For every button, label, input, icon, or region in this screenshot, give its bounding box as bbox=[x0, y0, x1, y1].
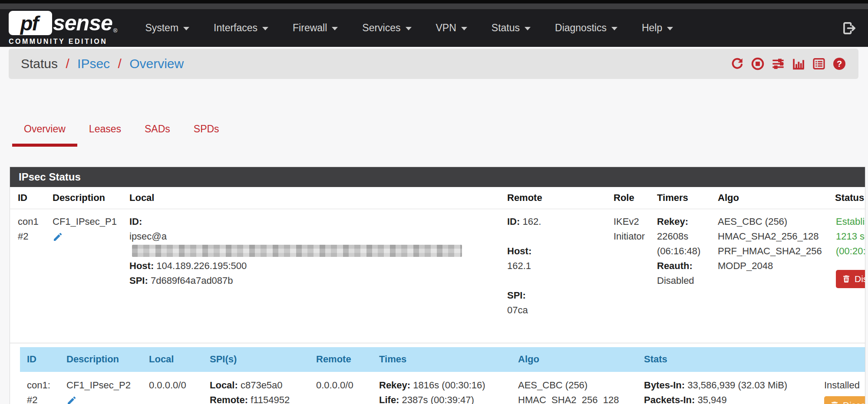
bar-chart-icon[interactable] bbox=[792, 57, 805, 71]
disconnect-child-button[interactable]: Disconnect bbox=[824, 396, 865, 404]
cell-stats: Bytes-In: 33,586,939 (32.03 MiB) Packets… bbox=[639, 372, 819, 404]
cell-times: Rekey: 1816s (00:30:16) Life: 2387s (00:… bbox=[374, 372, 513, 404]
disconnect-button[interactable]: Disconnect bbox=[836, 270, 865, 288]
col-description: Description bbox=[61, 347, 144, 372]
breadcrumb-link-overview[interactable]: Overview bbox=[129, 56, 184, 71]
cell-status: Established 1213 seconds (00:20:13) Disc… bbox=[831, 209, 865, 343]
chevron-down-icon bbox=[461, 27, 467, 30]
help-icon[interactable]: ? bbox=[832, 57, 846, 71]
refresh-icon[interactable] bbox=[730, 57, 744, 71]
cell-spis: Local: c873e5a0 Remote: f1154952 bbox=[205, 372, 311, 404]
chevron-down-icon bbox=[667, 27, 673, 30]
col-algo: Algo bbox=[713, 187, 831, 209]
window-top-strip bbox=[0, 0, 868, 3]
col-timers: Timers bbox=[652, 187, 713, 209]
cell-id: con1 #2 bbox=[10, 209, 47, 343]
col-spis: SPI(s) bbox=[205, 347, 311, 372]
child-sa-row: con1: #2 CF1_IPsec_P2 0.0.0.0/0 Local: c… bbox=[20, 372, 865, 404]
chevron-down-icon bbox=[406, 27, 412, 30]
col-remote: Remote bbox=[311, 347, 374, 372]
nav-item-help[interactable]: Help bbox=[630, 14, 685, 42]
col-stats: Stats bbox=[639, 347, 819, 372]
child-sa-table: ID Description Local SPI(s) Remote Times… bbox=[20, 347, 865, 404]
registered-mark: ® bbox=[113, 27, 118, 34]
chevron-down-icon bbox=[611, 27, 617, 30]
tab-bar: Overview Leases SADs SPDs bbox=[12, 100, 868, 147]
col-description: Description bbox=[47, 187, 124, 209]
col-role: Role bbox=[608, 187, 652, 209]
sign-out-icon bbox=[842, 21, 857, 36]
tab-spds[interactable]: SPDs bbox=[182, 100, 231, 147]
status-established: Established bbox=[836, 214, 865, 229]
breadcrumb-link-ipsec[interactable]: IPsec bbox=[77, 56, 110, 71]
tab-leases[interactable]: Leases bbox=[77, 100, 133, 147]
redacted-value bbox=[509, 230, 574, 242]
nav-item-firewall[interactable]: Firewall bbox=[281, 14, 350, 42]
redacted-value bbox=[509, 275, 592, 286]
child-header-row: ID Description Local SPI(s) Remote Times… bbox=[20, 347, 865, 372]
logout-button[interactable] bbox=[842, 21, 857, 36]
edit-pencil-icon[interactable] bbox=[53, 232, 63, 242]
main-menu: System Interfaces Firewall Services VPN … bbox=[133, 14, 842, 42]
log-list-icon[interactable] bbox=[812, 57, 826, 71]
sense-logo-text: sense bbox=[53, 10, 112, 36]
cell-child-status: Installed Disconnect bbox=[819, 372, 865, 404]
nav-item-vpn[interactable]: VPN bbox=[424, 14, 479, 42]
chevron-down-icon bbox=[262, 27, 268, 30]
cell-algo: AES_CBC (256) HMAC_SHA2_256_128 PRF_HMAC… bbox=[713, 209, 831, 343]
cell-id: con1: #2 bbox=[20, 372, 61, 404]
ike-sa-table: ID Description Local Remote Role Timers … bbox=[10, 187, 865, 343]
cell-local: 0.0.0.0/0 bbox=[144, 372, 205, 404]
nav-item-interfaces[interactable]: Interfaces bbox=[201, 14, 281, 42]
ike-sa-row: con1 #2 CF1_IPsec_P1 ID: ipsec@a Host: 1… bbox=[10, 209, 865, 343]
ike-header-row: ID Description Local Remote Role Timers … bbox=[10, 187, 865, 209]
col-times: Times bbox=[374, 347, 513, 372]
col-child-status bbox=[819, 347, 865, 372]
tab-sads[interactable]: SADs bbox=[133, 100, 182, 147]
ipsec-status-panel: IPsec Status ID Description Local Remote… bbox=[10, 167, 865, 404]
top-navbar: pf sense ® COMMUNITY EDITION System Inte… bbox=[0, 9, 868, 47]
cell-remote: ID: 162. Host: 162.1 SPI: 07ca bbox=[502, 209, 608, 343]
nav-item-status[interactable]: Status bbox=[479, 14, 543, 42]
col-status: Status bbox=[831, 187, 865, 209]
col-id: ID bbox=[10, 187, 47, 209]
nav-item-system[interactable]: System bbox=[133, 14, 201, 42]
chevron-down-icon bbox=[332, 27, 338, 30]
col-remote: Remote bbox=[502, 187, 608, 209]
breadcrumb-bar: Status / IPsec / Overview bbox=[9, 49, 858, 79]
panel-title: IPsec Status bbox=[10, 167, 865, 187]
col-id: ID bbox=[20, 347, 61, 372]
cell-description: CF1_IPsec_P2 bbox=[61, 372, 144, 404]
col-local: Local bbox=[144, 347, 205, 372]
status-installed: Installed bbox=[824, 378, 865, 393]
tab-overview[interactable]: Overview bbox=[12, 100, 77, 147]
pfsense-logo[interactable]: pf sense ® COMMUNITY EDITION bbox=[9, 10, 117, 46]
chevron-down-icon bbox=[183, 27, 189, 30]
cell-role: IKEv2 Initiator bbox=[608, 209, 652, 343]
cell-local: ID: ipsec@a Host: 104.189.226.195:500 SP… bbox=[124, 209, 502, 343]
redacted-value bbox=[509, 319, 587, 330]
cell-description: CF1_IPsec_P1 bbox=[47, 209, 124, 343]
col-local: Local bbox=[124, 187, 502, 209]
redacted-value bbox=[132, 245, 462, 257]
cell-timers: Rekey: 22608s (06:16:48) Reauth: Disable… bbox=[652, 209, 713, 343]
trash-icon bbox=[830, 401, 839, 404]
trash-icon bbox=[842, 274, 851, 283]
nav-item-diagnostics[interactable]: Diagnostics bbox=[543, 14, 630, 42]
edit-pencil-icon[interactable] bbox=[66, 395, 77, 404]
filter-sliders-icon[interactable] bbox=[771, 57, 785, 71]
cell-remote: 0.0.0.0/0 bbox=[311, 372, 374, 404]
col-algo: Algo bbox=[513, 347, 639, 372]
chevron-down-icon bbox=[525, 27, 531, 30]
window-title-strip bbox=[0, 3, 868, 9]
nav-item-services[interactable]: Services bbox=[350, 14, 423, 42]
cell-algo: AES_CBC (256) HMAC_SHA2_256_128 IPComp: … bbox=[513, 372, 639, 404]
page-action-icons: ? bbox=[730, 57, 846, 71]
svg-text:?: ? bbox=[837, 59, 842, 69]
pf-logo-mark: pf bbox=[9, 11, 52, 35]
stop-icon[interactable] bbox=[751, 57, 765, 71]
breadcrumb: Status / IPsec / Overview bbox=[21, 56, 184, 71]
breadcrumb-section: Status bbox=[21, 56, 58, 71]
community-edition-label: COMMUNITY EDITION bbox=[9, 38, 117, 46]
